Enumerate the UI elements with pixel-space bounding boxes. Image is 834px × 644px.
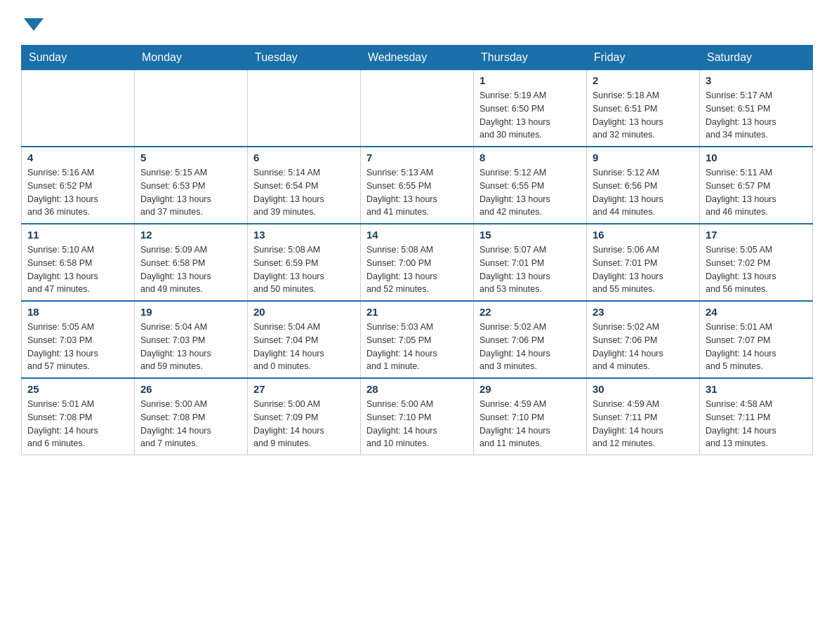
day-cell: 3Sunrise: 5:17 AM Sunset: 6:51 PM Daylig… xyxy=(700,70,813,147)
day-cell: 14Sunrise: 5:08 AM Sunset: 7:00 PM Dayli… xyxy=(361,224,474,301)
day-cell: 6Sunrise: 5:14 AM Sunset: 6:54 PM Daylig… xyxy=(248,147,361,224)
day-cell: 27Sunrise: 5:00 AM Sunset: 7:09 PM Dayli… xyxy=(248,378,361,455)
day-number: 28 xyxy=(366,383,468,395)
day-number: 10 xyxy=(706,152,807,163)
day-cell: 13Sunrise: 5:08 AM Sunset: 6:59 PM Dayli… xyxy=(248,224,361,301)
day-info: Sunrise: 5:01 AM Sunset: 7:08 PM Dayligh… xyxy=(27,398,128,450)
week-row-3: 18Sunrise: 5:05 AM Sunset: 7:03 PM Dayli… xyxy=(22,301,813,378)
day-number: 4 xyxy=(27,152,128,163)
day-info: Sunrise: 5:13 AM Sunset: 6:55 PM Dayligh… xyxy=(366,166,468,219)
weekday-header-monday: Monday xyxy=(135,46,248,70)
day-cell: 31Sunrise: 4:58 AM Sunset: 7:11 PM Dayli… xyxy=(700,378,813,455)
day-number: 8 xyxy=(479,152,581,163)
day-cell: 11Sunrise: 5:10 AM Sunset: 6:58 PM Dayli… xyxy=(22,224,135,301)
day-number: 5 xyxy=(140,152,241,163)
day-cell: 24Sunrise: 5:01 AM Sunset: 7:07 PM Dayli… xyxy=(700,301,813,378)
day-info: Sunrise: 5:14 AM Sunset: 6:54 PM Dayligh… xyxy=(253,166,355,219)
day-info: Sunrise: 5:12 AM Sunset: 6:56 PM Dayligh… xyxy=(593,166,694,219)
day-number: 27 xyxy=(253,383,355,395)
day-number: 3 xyxy=(706,74,807,86)
day-cell: 23Sunrise: 5:02 AM Sunset: 7:06 PM Dayli… xyxy=(587,301,700,378)
day-cell: 7Sunrise: 5:13 AM Sunset: 6:55 PM Daylig… xyxy=(361,147,474,224)
day-info: Sunrise: 5:15 AM Sunset: 6:53 PM Dayligh… xyxy=(140,166,241,219)
day-info: Sunrise: 5:08 AM Sunset: 6:59 PM Dayligh… xyxy=(253,243,355,296)
day-cell: 12Sunrise: 5:09 AM Sunset: 6:58 PM Dayli… xyxy=(135,224,248,301)
day-cell: 1Sunrise: 5:19 AM Sunset: 6:50 PM Daylig… xyxy=(474,70,587,147)
day-cell: 18Sunrise: 5:05 AM Sunset: 7:03 PM Dayli… xyxy=(22,301,135,378)
day-number: 30 xyxy=(593,383,694,395)
day-info: Sunrise: 5:17 AM Sunset: 6:51 PM Dayligh… xyxy=(706,89,807,142)
day-number: 15 xyxy=(479,229,581,241)
day-number: 31 xyxy=(706,383,807,395)
day-info: Sunrise: 5:02 AM Sunset: 7:06 PM Dayligh… xyxy=(479,321,581,373)
day-cell: 8Sunrise: 5:12 AM Sunset: 6:55 PM Daylig… xyxy=(474,147,587,224)
day-info: Sunrise: 4:59 AM Sunset: 7:11 PM Dayligh… xyxy=(593,398,694,450)
day-number: 11 xyxy=(27,229,128,241)
day-number: 9 xyxy=(593,152,694,163)
week-row-4: 25Sunrise: 5:01 AM Sunset: 7:08 PM Dayli… xyxy=(22,378,813,455)
day-number: 2 xyxy=(593,74,694,86)
day-number: 6 xyxy=(253,152,355,163)
day-cell: 29Sunrise: 4:59 AM Sunset: 7:10 PM Dayli… xyxy=(474,378,587,455)
day-cell: 17Sunrise: 5:05 AM Sunset: 7:02 PM Dayli… xyxy=(700,224,813,301)
day-number: 22 xyxy=(479,306,581,318)
day-number: 29 xyxy=(479,383,581,395)
day-cell xyxy=(361,70,474,147)
logo-arrow-icon xyxy=(24,18,44,31)
day-cell: 15Sunrise: 5:07 AM Sunset: 7:01 PM Dayli… xyxy=(474,224,587,301)
day-number: 23 xyxy=(593,306,694,318)
day-number: 1 xyxy=(479,74,581,86)
day-number: 16 xyxy=(593,229,694,241)
day-number: 14 xyxy=(366,229,468,241)
day-info: Sunrise: 5:19 AM Sunset: 6:50 PM Dayligh… xyxy=(479,89,581,142)
logo xyxy=(21,14,44,31)
week-row-1: 4Sunrise: 5:16 AM Sunset: 6:52 PM Daylig… xyxy=(22,147,813,224)
day-info: Sunrise: 5:18 AM Sunset: 6:51 PM Dayligh… xyxy=(593,89,694,142)
day-cell: 16Sunrise: 5:06 AM Sunset: 7:01 PM Dayli… xyxy=(587,224,700,301)
day-cell: 19Sunrise: 5:04 AM Sunset: 7:03 PM Dayli… xyxy=(135,301,248,378)
day-info: Sunrise: 5:00 AM Sunset: 7:08 PM Dayligh… xyxy=(140,398,241,450)
weekday-header-saturday: Saturday xyxy=(700,46,813,70)
day-number: 20 xyxy=(253,306,355,318)
day-info: Sunrise: 5:09 AM Sunset: 6:58 PM Dayligh… xyxy=(140,243,241,296)
week-row-2: 11Sunrise: 5:10 AM Sunset: 6:58 PM Dayli… xyxy=(22,224,813,301)
day-number: 17 xyxy=(706,229,807,241)
day-info: Sunrise: 5:04 AM Sunset: 7:04 PM Dayligh… xyxy=(253,321,355,373)
day-info: Sunrise: 5:04 AM Sunset: 7:03 PM Dayligh… xyxy=(140,321,241,373)
day-info: Sunrise: 5:00 AM Sunset: 7:09 PM Dayligh… xyxy=(253,398,355,450)
day-info: Sunrise: 5:10 AM Sunset: 6:58 PM Dayligh… xyxy=(27,243,128,296)
day-info: Sunrise: 5:05 AM Sunset: 7:02 PM Dayligh… xyxy=(706,243,807,296)
day-number: 19 xyxy=(140,306,241,318)
day-cell: 2Sunrise: 5:18 AM Sunset: 6:51 PM Daylig… xyxy=(587,70,700,147)
weekday-header-friday: Friday xyxy=(587,46,700,70)
day-info: Sunrise: 5:02 AM Sunset: 7:06 PM Dayligh… xyxy=(593,321,694,373)
day-cell: 22Sunrise: 5:02 AM Sunset: 7:06 PM Dayli… xyxy=(474,301,587,378)
day-info: Sunrise: 5:11 AM Sunset: 6:57 PM Dayligh… xyxy=(706,166,807,219)
day-cell: 28Sunrise: 5:00 AM Sunset: 7:10 PM Dayli… xyxy=(361,378,474,455)
day-number: 24 xyxy=(706,306,807,318)
day-number: 12 xyxy=(140,229,241,241)
weekday-header-wednesday: Wednesday xyxy=(361,46,474,70)
day-cell: 25Sunrise: 5:01 AM Sunset: 7:08 PM Dayli… xyxy=(22,378,135,455)
day-info: Sunrise: 5:03 AM Sunset: 7:05 PM Dayligh… xyxy=(366,321,468,373)
weekday-header-sunday: Sunday xyxy=(22,46,135,70)
day-number: 21 xyxy=(366,306,468,318)
day-cell: 20Sunrise: 5:04 AM Sunset: 7:04 PM Dayli… xyxy=(248,301,361,378)
day-cell: 5Sunrise: 5:15 AM Sunset: 6:53 PM Daylig… xyxy=(135,147,248,224)
day-info: Sunrise: 5:05 AM Sunset: 7:03 PM Dayligh… xyxy=(27,321,128,373)
weekday-header-thursday: Thursday xyxy=(474,46,587,70)
day-info: Sunrise: 5:01 AM Sunset: 7:07 PM Dayligh… xyxy=(706,321,807,373)
day-cell xyxy=(248,70,361,147)
day-cell: 9Sunrise: 5:12 AM Sunset: 6:56 PM Daylig… xyxy=(587,147,700,224)
weekday-header-tuesday: Tuesday xyxy=(248,46,361,70)
day-info: Sunrise: 5:12 AM Sunset: 6:55 PM Dayligh… xyxy=(479,166,581,219)
day-number: 7 xyxy=(366,152,468,163)
weekday-header-row: SundayMondayTuesdayWednesdayThursdayFrid… xyxy=(22,46,813,70)
day-number: 18 xyxy=(27,306,128,318)
page-header xyxy=(21,14,813,31)
day-cell: 21Sunrise: 5:03 AM Sunset: 7:05 PM Dayli… xyxy=(361,301,474,378)
day-info: Sunrise: 5:08 AM Sunset: 7:00 PM Dayligh… xyxy=(366,243,468,296)
day-cell: 4Sunrise: 5:16 AM Sunset: 6:52 PM Daylig… xyxy=(22,147,135,224)
day-info: Sunrise: 4:58 AM Sunset: 7:11 PM Dayligh… xyxy=(706,398,807,450)
day-cell xyxy=(22,70,135,147)
